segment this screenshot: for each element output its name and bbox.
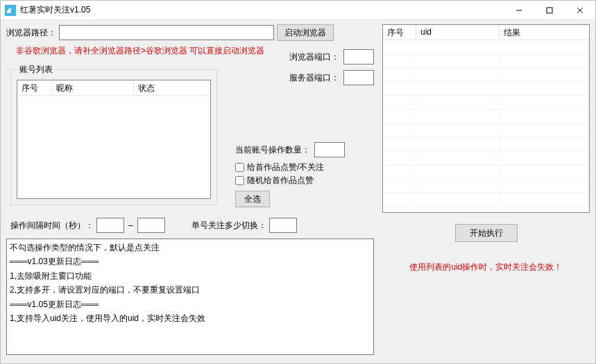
account-list-header: 序号 昵称 状态 [17, 80, 210, 96]
account-listview[interactable]: 序号 昵称 状态 [17, 80, 211, 199]
start-execute-button[interactable]: 开始执行 [455, 224, 518, 242]
main-window: 红薯实时关注v1.05 浏览器路径： 启动浏览器 [0, 0, 596, 364]
close-button[interactable] [565, 1, 595, 19]
uid-listview[interactable]: 序号 uid 结果 [382, 24, 590, 213]
titlebar: 红薯实时关注v1.05 [1, 1, 595, 20]
like-unfollow-label: 给首作品点赞/不关注 [247, 162, 324, 173]
uid-list-body [383, 40, 589, 207]
window-title: 红薯实时关注v1.05 [20, 4, 504, 16]
browser-path-input[interactable] [59, 25, 274, 40]
col-status[interactable]: 状态 [134, 80, 210, 95]
client-area: 浏览器路径： 启动浏览器 非谷歌浏览器，请补全浏览器路径>谷歌浏览器 可以直接启… [1, 20, 595, 363]
svg-rect-2 [547, 8, 552, 13]
random-like-checkbox[interactable]: 随机给首作品点赞 [235, 175, 374, 187]
uid-col-seq[interactable]: 序号 [383, 25, 416, 40]
single-switch-input[interactable] [269, 218, 297, 233]
uid-list-header: 序号 uid 结果 [383, 25, 589, 40]
interval-label: 操作间隔时间（秒）： [10, 220, 94, 232]
uid-warning: 使用列表的uid操作时，实时关注会失效！ [382, 261, 590, 273]
minimize-button[interactable] [504, 1, 534, 19]
account-list-group: 账号列表 序号 昵称 状态 [10, 69, 217, 205]
interval-min-input[interactable] [96, 218, 124, 233]
current-ops-label: 当前账号操作数量： [235, 144, 310, 156]
ports-area: 浏览器端口： 服务器端口： [235, 49, 374, 91]
current-ops-input[interactable] [314, 142, 345, 157]
interval-dash: – [127, 220, 135, 230]
maximize-button[interactable] [534, 1, 565, 19]
single-switch-label: 单号关注多少切换： [191, 220, 266, 232]
browser-port-label: 浏览器端口： [289, 51, 339, 63]
browser-path-label: 浏览器路径： [6, 27, 56, 39]
account-list-legend: 账号列表 [17, 64, 56, 76]
like-unfollow-box[interactable] [235, 163, 244, 172]
account-options: 当前账号操作数量： 给首作品点赞/不关注 随机给首作品点赞 全选 [235, 142, 374, 207]
uid-col-result[interactable]: 结果 [500, 25, 589, 40]
select-all-button[interactable]: 全选 [235, 191, 270, 207]
col-nick[interactable]: 昵称 [52, 80, 134, 95]
uid-col-uid[interactable]: uid [416, 25, 500, 40]
log-textarea[interactable] [6, 239, 374, 355]
random-like-box[interactable] [235, 176, 244, 185]
window-buttons [504, 1, 595, 19]
col-seq[interactable]: 序号 [17, 80, 52, 95]
app-icon [5, 5, 16, 16]
interval-max-input[interactable] [137, 218, 165, 233]
launch-browser-button[interactable]: 启动浏览器 [277, 24, 334, 41]
server-port-input[interactable] [343, 70, 374, 85]
server-port-label: 服务器端口： [289, 72, 339, 84]
browser-port-input[interactable] [343, 49, 374, 64]
random-like-label: 随机给首作品点赞 [247, 175, 314, 187]
like-unfollow-checkbox[interactable]: 给首作品点赞/不关注 [235, 162, 374, 173]
